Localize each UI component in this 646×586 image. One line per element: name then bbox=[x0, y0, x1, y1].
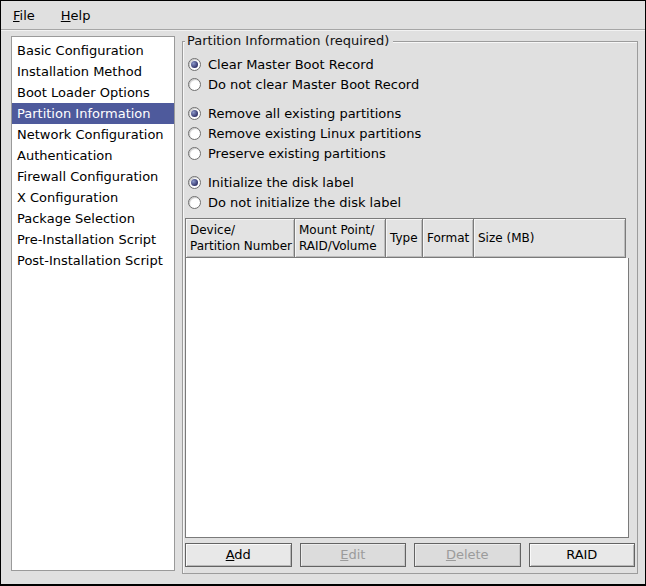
menu-bar: File Help bbox=[1, 1, 645, 30]
sidebar-item-boot-loader-options[interactable]: Boot Loader Options bbox=[12, 82, 174, 103]
radio-remove-linux-partitions-label: Remove existing Linux partitions bbox=[208, 126, 421, 141]
sidebar-item-installation-method[interactable]: Installation Method bbox=[12, 61, 174, 82]
app-window: File Help Basic Configuration Installati… bbox=[0, 0, 646, 586]
menu-item-help[interactable]: Help bbox=[55, 5, 97, 26]
radio-no-init-disk-label-label: Do not initialize the disk label bbox=[208, 195, 401, 210]
radio-preserve-partitions-label: Preserve existing partitions bbox=[208, 146, 386, 161]
column-header-device[interactable]: Device/ Partition Number bbox=[185, 218, 295, 258]
frame-title: Partition Information (required) bbox=[185, 33, 393, 48]
delete-button-mnemonic: D bbox=[446, 547, 456, 562]
sidebar-item-x-configuration[interactable]: X Configuration bbox=[12, 187, 174, 208]
partition-table-body[interactable] bbox=[185, 258, 629, 538]
partition-information-frame: Partition Information (required) Clear M… bbox=[182, 41, 638, 574]
column-header-type[interactable]: Type bbox=[385, 218, 423, 258]
radio-init-disk-label-label: Initialize the disk label bbox=[208, 175, 354, 190]
sidebar-item-network-configuration[interactable]: Network Configuration bbox=[12, 124, 174, 145]
sidebar-list: Basic Configuration Installation Method … bbox=[11, 36, 175, 571]
partition-table-header: Device/ Partition Number Mount Point/ RA… bbox=[185, 218, 629, 258]
radio-init-disk-label[interactable]: Initialize the disk label bbox=[188, 173, 637, 192]
raid-button[interactable]: RAID bbox=[529, 543, 636, 567]
sidebar-item-pre-installation-script[interactable]: Pre-Installation Script bbox=[12, 229, 174, 250]
add-button-label: dd bbox=[234, 547, 251, 562]
menu-file-label: ile bbox=[20, 8, 35, 23]
column-header-mount-line2: RAID/Volume bbox=[299, 238, 383, 254]
menu-help-mnemonic: H bbox=[61, 8, 71, 23]
radio-icon[interactable] bbox=[188, 58, 201, 71]
radio-remove-all-partitions-label: Remove all existing partitions bbox=[208, 106, 401, 121]
radio-remove-linux-partitions[interactable]: Remove existing Linux partitions bbox=[188, 124, 637, 143]
delete-button: Delete bbox=[414, 543, 521, 567]
menu-item-file[interactable]: File bbox=[7, 5, 41, 26]
column-header-type-line1: Type bbox=[390, 230, 420, 246]
radio-icon[interactable] bbox=[188, 176, 201, 189]
column-header-mount-line1: Mount Point/ bbox=[299, 222, 383, 238]
partition-table: Device/ Partition Number Mount Point/ RA… bbox=[185, 218, 629, 538]
radio-icon[interactable] bbox=[188, 127, 201, 140]
sidebar-item-partition-information[interactable]: Partition Information bbox=[12, 103, 174, 124]
delete-button-label: elete bbox=[456, 547, 489, 562]
sidebar-item-basic-configuration[interactable]: Basic Configuration bbox=[12, 40, 174, 61]
sidebar-item-post-installation-script[interactable]: Post-Installation Script bbox=[12, 250, 174, 271]
radio-no-clear-mbr[interactable]: Do not clear Master Boot Record bbox=[188, 75, 637, 94]
add-button[interactable]: Add bbox=[185, 543, 292, 567]
radio-no-init-disk-label[interactable]: Do not initialize the disk label bbox=[188, 193, 637, 212]
radio-preserve-partitions[interactable]: Preserve existing partitions bbox=[188, 144, 637, 163]
sidebar-item-firewall-configuration[interactable]: Firewall Configuration bbox=[12, 166, 174, 187]
radio-icon[interactable] bbox=[188, 147, 201, 160]
sidebar-item-package-selection[interactable]: Package Selection bbox=[12, 208, 174, 229]
radio-clear-mbr[interactable]: Clear Master Boot Record bbox=[188, 55, 637, 74]
column-header-mount-point[interactable]: Mount Point/ RAID/Volume bbox=[294, 218, 386, 258]
partition-button-row: Add Edit Delete RAID bbox=[185, 543, 635, 567]
radio-no-clear-mbr-label: Do not clear Master Boot Record bbox=[208, 77, 419, 92]
raid-button-label: RAID bbox=[566, 547, 597, 562]
radio-icon[interactable] bbox=[188, 78, 201, 91]
edit-button: Edit bbox=[300, 543, 407, 567]
column-header-device-line2: Partition Number bbox=[190, 238, 292, 254]
sidebar-item-authentication[interactable]: Authentication bbox=[12, 145, 174, 166]
column-header-size-line1: Size (MB) bbox=[478, 230, 623, 246]
menu-help-label: elp bbox=[71, 8, 91, 23]
radio-remove-all-partitions[interactable]: Remove all existing partitions bbox=[188, 104, 637, 123]
radio-icon[interactable] bbox=[188, 107, 201, 120]
column-header-device-line1: Device/ bbox=[190, 222, 292, 238]
column-header-format[interactable]: Format bbox=[422, 218, 474, 258]
column-header-format-line1: Format bbox=[427, 230, 471, 246]
edit-button-label: dit bbox=[348, 547, 365, 562]
radio-clear-mbr-label: Clear Master Boot Record bbox=[208, 57, 374, 72]
radio-icon[interactable] bbox=[188, 196, 201, 209]
column-header-size[interactable]: Size (MB) bbox=[473, 218, 626, 258]
